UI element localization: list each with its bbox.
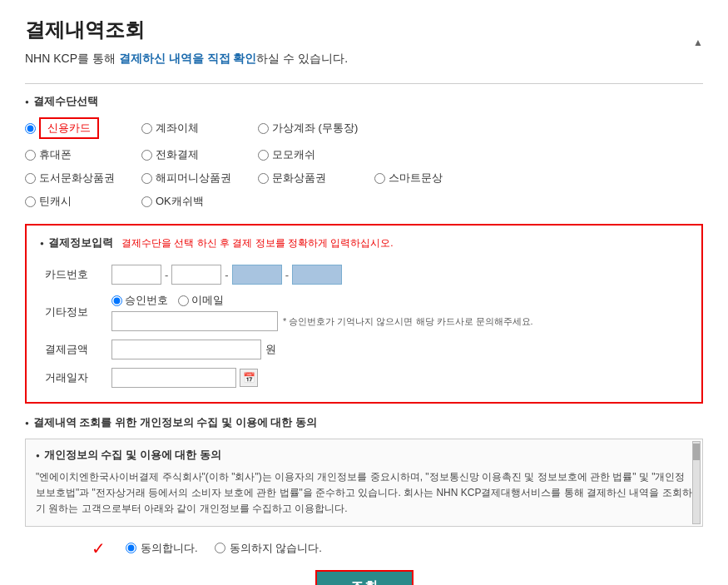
payment-info-section: ● 결제정보입력 결제수단을 선택 하신 후 결제 정보를 정확하게 입력하십시… — [25, 224, 703, 404]
radio-item-culture-voucher: 문화상품권 — [258, 171, 366, 186]
disagree-label[interactable]: 동의하지 않습니다. — [230, 541, 322, 556]
payment-methods-container: 신용카드 계좌이체 가상계좌 (무통장) 휴대폰 전화결제 모모캐쉬 도서문화상… — [25, 117, 703, 214]
consent-section: 결제내역 조회를 위한 개인정보의 수집 및 이용에 대한 동의 개인정보의 수… — [25, 415, 703, 527]
trade-date-label: 거래일자 — [40, 364, 106, 392]
radio-happy-money-label[interactable]: 해피머니상품권 — [156, 171, 231, 186]
radio-culture-voucher-label[interactable]: 문화상품권 — [272, 171, 326, 186]
radio-item-mobile: 휴대폰 — [25, 147, 133, 162]
radio-email-label[interactable]: 이메일 — [191, 293, 224, 308]
radio-virtual-account-label[interactable]: 가상계좌 (무통장) — [272, 121, 358, 136]
card-number-input-1[interactable] — [111, 265, 161, 285]
radio-bank-transfer-label[interactable]: 계좌이체 — [156, 121, 199, 136]
radio-item-momo-cash: 모모캐쉬 — [258, 147, 366, 162]
payment-info-dot: ● — [40, 240, 44, 247]
payment-methods-row1: 신용카드 계좌이체 가상계좌 (무통장) — [25, 117, 703, 144]
consent-box-title-text: 개인정보의 수집 및 이용에 대한 동의 — [44, 448, 221, 463]
radio-item-tincash: 틴캐시 — [25, 194, 133, 209]
card-number-input-2[interactable] — [171, 265, 221, 285]
amount-label: 결제금액 — [40, 335, 106, 364]
payment-methods-row3: 도서문화상품권 해피머니상품권 문화상품권 스마트문상 — [25, 171, 703, 191]
payment-info-title: 결제정보입력 — [48, 235, 113, 250]
radio-approval-label[interactable]: 승인번호 — [125, 293, 168, 308]
card-number-label: 카드번호 — [40, 260, 106, 289]
radio-item-happy-money: 해피머니상품권 — [141, 171, 250, 186]
radio-email[interactable] — [178, 295, 189, 306]
radio-bank-transfer[interactable] — [141, 123, 152, 134]
trade-date-row: 거래일자 📅 — [40, 364, 688, 392]
radio-momo-cash[interactable] — [258, 150, 269, 161]
other-info-label: 기타정보 — [40, 289, 106, 335]
radio-credit-card-label[interactable]: 신용카드 — [39, 117, 99, 139]
radio-phone-payment[interactable] — [141, 150, 152, 161]
radio-ok-cashback[interactable] — [141, 196, 152, 207]
payment-method-label: 결제수단선택 — [33, 94, 98, 109]
radio-virtual-account[interactable] — [258, 123, 269, 134]
radio-smart-culture[interactable] — [374, 173, 385, 184]
payment-info-title-row: ● 결제정보입력 결제수단을 선택 하신 후 결제 정보를 정확하게 입력하십시… — [40, 235, 688, 250]
payment-methods-row2: 휴대폰 전화결제 모모캐쉬 — [25, 147, 703, 167]
radio-item-phone-payment: 전화결제 — [141, 147, 250, 162]
radio-credit-card[interactable] — [25, 123, 36, 134]
payment-methods-row4: 틴캐시 OK캐쉬백 — [25, 194, 703, 214]
other-info-group: 승인번호 이메일 * 승인번호가 기억나지 않으시면 해당 카드사로 문의해주세… — [111, 293, 683, 331]
radio-mobile-label[interactable]: 휴대폰 — [39, 147, 72, 162]
amount-input[interactable] — [111, 340, 261, 359]
submit-btn-row: 조회 — [25, 570, 703, 585]
radio-tincash[interactable] — [25, 196, 36, 207]
consent-box: 개인정보의 수집 및 이용에 대한 동의 "엔에이치엔한국사이버결제 주식회사"… — [25, 439, 703, 527]
main-divider — [25, 83, 703, 84]
agree-item: 동의합니다. — [126, 541, 198, 556]
agree-label[interactable]: 동의합니다. — [141, 541, 198, 556]
radio-phone-payment-label[interactable]: 전화결제 — [156, 147, 199, 162]
card-dash-1: - — [165, 269, 168, 281]
radio-smart-culture-label[interactable]: 스마트문상 — [389, 171, 443, 186]
amount-content: 원 — [106, 335, 688, 364]
up-arrow-icon[interactable]: ▲ — [693, 37, 703, 48]
radio-disagree[interactable] — [215, 543, 225, 553]
radio-happy-money[interactable] — [141, 173, 152, 184]
radio-email-item: 이메일 — [178, 293, 224, 308]
card-number-inputs: - - - — [106, 260, 688, 289]
subtitle-end: 하실 수 있습니다. — [256, 52, 348, 65]
consent-box-title: 개인정보의 수집 및 이용에 대한 동의 — [36, 448, 692, 463]
scroll-thumb — [693, 444, 700, 460]
trade-date-content: 📅 — [106, 364, 688, 392]
consent-section-title-text: 결제내역 조회를 위한 개인정보의 수집 및 이용에 대한 동의 — [33, 415, 317, 430]
radio-book-voucher[interactable] — [25, 173, 36, 184]
trade-date-input[interactable] — [111, 368, 236, 388]
card-number-row: 카드번호 - - - — [40, 260, 688, 289]
amount-input-group: 원 — [111, 340, 683, 359]
payment-method-section-title: 결제수단선택 — [25, 94, 703, 109]
scroll-bar[interactable] — [692, 441, 701, 524]
radio-mobile[interactable] — [25, 150, 36, 161]
calendar-icon[interactable]: 📅 — [240, 369, 258, 387]
radio-ok-cashback-label[interactable]: OK캐쉬백 — [156, 194, 204, 209]
radio-tincash-label[interactable]: 틴캐시 — [39, 194, 72, 209]
card-dash-3: - — [285, 269, 289, 281]
checkmark-icon: ✓ — [92, 538, 106, 558]
radio-momo-cash-label[interactable]: 모모캐쉬 — [272, 147, 315, 162]
radio-approval-item: 승인번호 — [111, 293, 168, 308]
other-info-content: 승인번호 이메일 * 승인번호가 기억나지 않으시면 해당 카드사로 문의해주세… — [106, 289, 688, 335]
radio-book-voucher-label[interactable]: 도서문화상품권 — [39, 171, 115, 186]
consent-section-title: 결제내역 조회를 위한 개인정보의 수집 및 이용에 대한 동의 — [25, 415, 703, 430]
other-info-input-group: * 승인번호가 기억나지 않으시면 해당 카드사로 문의해주세요. — [111, 311, 683, 331]
radio-item-book-voucher: 도서문화상품권 — [25, 171, 133, 186]
card-number-input-3[interactable] — [232, 265, 282, 285]
card-number-input-4[interactable] — [292, 265, 342, 285]
submit-button[interactable]: 조회 — [315, 570, 414, 585]
page-title: 결제내역조회 — [25, 17, 703, 43]
other-info-input[interactable] — [111, 311, 278, 331]
amount-unit: 원 — [265, 342, 276, 357]
radio-item-smart-culture: 스마트문상 — [374, 171, 483, 186]
radio-item-credit-card: 신용카드 — [25, 117, 133, 139]
radio-agree[interactable] — [126, 543, 136, 553]
subtitle-highlight: 결제하신 내역을 직접 확인 — [119, 52, 257, 65]
radio-culture-voucher[interactable] — [258, 173, 269, 184]
payment-info-form: 카드번호 - - - 기타정보 — [40, 260, 688, 392]
trade-date-input-group: 📅 — [111, 368, 683, 388]
other-info-radio-row: 승인번호 이메일 — [111, 293, 683, 308]
radio-item-virtual-account: 가상계좌 (무통장) — [258, 117, 366, 139]
radio-approval[interactable] — [111, 295, 122, 306]
consent-text: "엔에이치엔한국사이버결제 주식회사"(이하 "회사")는 이용자의 개인정보를… — [36, 469, 692, 518]
